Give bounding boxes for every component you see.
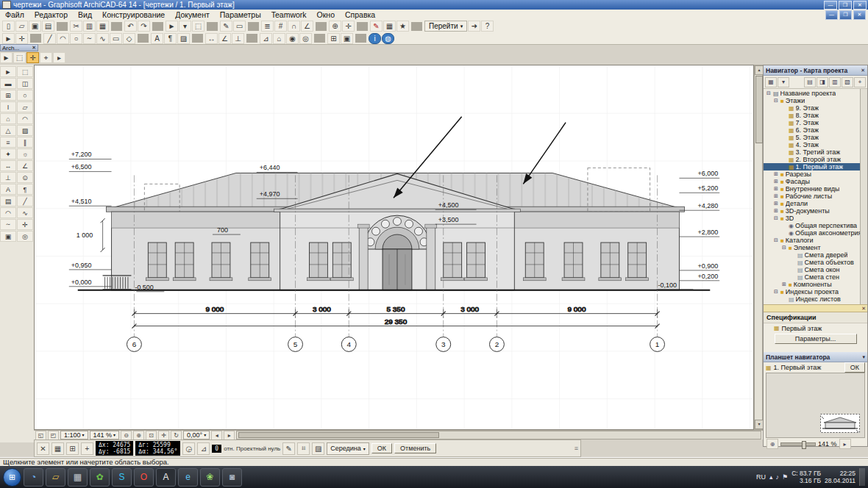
mdi-close-button[interactable]: ✕	[853, 10, 866, 20]
navigator-preview-area[interactable]	[766, 373, 865, 438]
tool-line[interactable]: ╱	[17, 195, 33, 207]
redo-icon[interactable]: ↷	[138, 21, 150, 32]
publisher-icon[interactable]: ▧	[842, 77, 853, 87]
close-tracker-icon[interactable]: ✕	[37, 442, 49, 455]
camera-icon[interactable]: ◎	[299, 33, 312, 44]
text-icon[interactable]: A	[151, 33, 163, 44]
tool-polyline[interactable]: ∿	[17, 207, 33, 218]
print-icon[interactable]: ▤	[42, 21, 54, 32]
nav-schedules[interactable]: ⊟ ■ Каталоги	[764, 237, 867, 244]
quick-arrow-icon[interactable]: ►	[0, 52, 13, 63]
new-icon[interactable]: ▯	[2, 21, 15, 32]
nav-worksheets[interactable]: ⊞ ■ Рабочие листы	[764, 193, 867, 200]
nav-story-5[interactable]: ▦ 5. Этаж	[764, 134, 867, 141]
quick-cursor-icon[interactable]: ▸	[53, 52, 65, 63]
poly-icon[interactable]: ◇	[123, 33, 135, 44]
nav-details[interactable]: ⊞ ■ Детали	[764, 200, 867, 207]
cancel-button[interactable]: Отменить	[394, 443, 436, 453]
menu-window[interactable]: Окно	[312, 10, 340, 19]
clock[interactable]: 22:25 28.04.2011	[825, 470, 855, 484]
tool-slab[interactable]: ▱	[17, 101, 33, 112]
nav-window-schedule[interactable]: ▤ Смета окон	[764, 266, 867, 273]
menu-design[interactable]: Конструирование	[97, 10, 170, 19]
tool-window[interactable]: ⊞	[0, 90, 16, 101]
tool-railing[interactable]: ∥	[17, 137, 33, 148]
nav-project-indexes[interactable]: ⊟ ■ Индексы проекта	[764, 288, 867, 295]
tool-door[interactable]: ◫	[17, 78, 33, 89]
snap-grid-icon[interactable]: ⌗	[297, 442, 310, 455]
polyline-icon[interactable]: ∿	[96, 33, 109, 44]
zoom-slider-thumb[interactable]	[802, 441, 806, 449]
tool-roof[interactable]: ⌂	[0, 113, 16, 124]
tree-expander-icon[interactable]: ⊞	[781, 281, 787, 287]
layers-icon[interactable]: ≣	[261, 21, 274, 32]
save-icon[interactable]: ▣	[29, 21, 41, 32]
pane-tabs-icon[interactable]: ◰	[48, 431, 59, 440]
menu-document[interactable]: Документ	[170, 10, 215, 19]
tree-expander-icon[interactable]: ⊞	[773, 201, 779, 207]
grid-snap-icon[interactable]: ▦	[51, 442, 64, 455]
markup-pen-icon[interactable]: ✎	[370, 21, 383, 32]
navigator-preview-titlebar[interactable]: Планшет навигатора ▾	[764, 352, 867, 362]
nav-story-1[interactable]: ▦ 1. Первый этаж	[764, 163, 867, 171]
show-desktop-button[interactable]	[859, 468, 865, 486]
tool-wall[interactable]: ▬	[0, 78, 16, 89]
settings-button[interactable]: Параметры...	[775, 334, 857, 344]
canvas-horizontal-scrollbar[interactable]	[236, 431, 761, 439]
line-icon[interactable]: ╱	[43, 33, 56, 44]
layout-book-icon[interactable]: ▥	[829, 77, 841, 87]
taskbar-app-blue[interactable]: ◔	[24, 468, 43, 487]
tree-expander-icon[interactable]: ⊞	[773, 193, 779, 199]
zoom-level-selector[interactable]: 141 %▾	[90, 431, 120, 439]
open-icon[interactable]: ▱	[15, 21, 28, 32]
favorites-icon[interactable]: ★	[396, 21, 409, 32]
specification-current-item[interactable]: ▦ Первый этаж	[764, 323, 867, 333]
tool-mesh[interactable]: △	[0, 125, 16, 136]
tool-radial-dimension[interactable]: ⊙	[17, 172, 33, 183]
origin-icon[interactable]: +	[81, 442, 93, 455]
nav-axonometry[interactable]: ◉ Общая аксонометрия	[764, 229, 867, 237]
elevation-icon[interactable]: ⌂	[273, 33, 285, 44]
orientation-selector[interactable]: 0,00°▾	[183, 431, 210, 439]
tool-hotspot[interactable]: ✛	[17, 219, 33, 230]
tool-shell[interactable]: ◠	[17, 113, 33, 124]
tree-expander-icon[interactable]: ⊟	[773, 237, 779, 243]
eraser-icon[interactable]: ▭	[233, 21, 246, 32]
tree-expander-icon[interactable]: ⊟	[773, 289, 779, 295]
tree-expander-icon[interactable]: ⊞	[773, 171, 779, 177]
rotate-view-icon[interactable]: ↻	[171, 431, 182, 440]
nav-project-name[interactable]: ⊟ ▤ Название проекта	[764, 90, 867, 97]
project-map-icon[interactable]: ▤	[804, 77, 816, 87]
undo-icon[interactable]: ↶	[124, 21, 137, 32]
taskbar-camera[interactable]: ◙	[222, 468, 242, 487]
nav-sheet-index[interactable]: ▤ Индекс листов	[764, 295, 867, 303]
magnet-icon[interactable]: ∩	[288, 21, 300, 32]
project-dropdown-icon[interactable]: ▾	[778, 77, 789, 87]
tool-arc[interactable]: ◠	[0, 207, 16, 218]
nav-wall-schedule[interactable]: ▤ Смета стен	[764, 273, 867, 281]
next-icon[interactable]: ▸	[839, 439, 851, 449]
taskbar-opera[interactable]: O	[134, 468, 154, 487]
nav-3d[interactable]: ⊟ ■ 3D	[764, 215, 867, 222]
tool-figure[interactable]: ▣	[0, 231, 16, 242]
tray-sound-icon[interactable]: ♪	[776, 473, 780, 481]
mdi-minimize-button[interactable]: —	[825, 10, 838, 20]
tool-object[interactable]: ✦	[0, 148, 16, 159]
paste-icon[interactable]: ▦	[96, 21, 109, 32]
quick-snap-icon[interactable]: ⌖	[40, 52, 52, 63]
hatch-icon[interactable]: ▨	[312, 442, 324, 455]
drawing-icon[interactable]: ▣	[341, 33, 353, 44]
tree-expander-icon[interactable]: ⊟	[781, 245, 787, 251]
language-indicator[interactable]: RU	[756, 473, 766, 481]
schedule-icon[interactable]: ▦	[383, 21, 396, 32]
navigator-titlebar[interactable]: Навигатор - Карта проекта ✕	[764, 65, 867, 76]
chevron-down-icon[interactable]: ▾	[862, 354, 865, 360]
angle-dimension-icon[interactable]: ∠	[218, 33, 231, 44]
tool-text[interactable]: A	[0, 184, 16, 195]
teamwork-icon[interactable]: ◍	[382, 33, 394, 44]
nav-story-7[interactable]: ▦ 7. Этаж	[764, 119, 867, 126]
project-chooser-icon[interactable]: ▦	[765, 77, 777, 87]
level-dimension-icon[interactable]: ⊥	[232, 33, 244, 44]
nav-story-6[interactable]: ▦ 6. Этаж	[764, 126, 867, 134]
tree-expander-icon[interactable]: ⊞	[773, 179, 779, 184]
